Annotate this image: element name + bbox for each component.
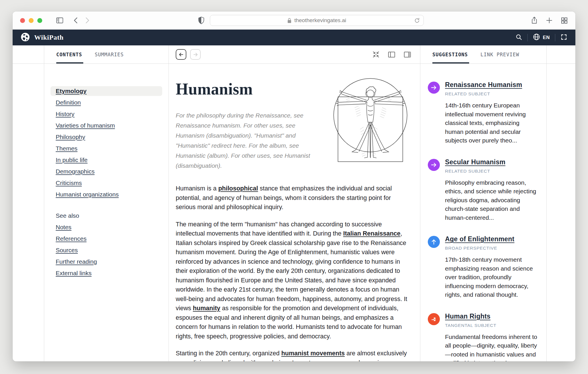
panel-tab-row: CONTENTS SUMMARIES bbox=[13, 45, 575, 64]
toc-item-external-links[interactable]: External links bbox=[51, 268, 162, 278]
share-icon[interactable] bbox=[531, 16, 538, 24]
minimize-window-button[interactable] bbox=[29, 18, 34, 23]
browser-chrome: theotherkevingates.ai bbox=[13, 11, 575, 30]
article-back-button[interactable] bbox=[176, 49, 186, 60]
left-gutter bbox=[13, 64, 44, 361]
right-panel-toggle-icon[interactable] bbox=[403, 51, 411, 58]
app-title: WikiPath bbox=[34, 34, 63, 41]
suggestion-title[interactable]: Age of Enlightenment bbox=[445, 235, 538, 243]
suggestion-card-content: Secular HumanismRELATED SUBJECTPhilosoph… bbox=[445, 158, 538, 222]
toc-item-humanist-organizations[interactable]: Humanist organizations bbox=[51, 190, 162, 199]
header-divider bbox=[555, 34, 555, 41]
new-tab-icon[interactable] bbox=[546, 17, 553, 24]
url-text: theotherkevingates.ai bbox=[294, 17, 346, 24]
right-gutter bbox=[547, 64, 575, 361]
suggestion-card-secular-humanism[interactable]: Secular HumanismRELATED SUBJECTPhilosoph… bbox=[428, 158, 538, 222]
article-paragraph: Humanism is a philosophical stance that … bbox=[176, 184, 411, 212]
toc-item-criticisms[interactable]: Criticisms bbox=[51, 178, 162, 188]
toc-item-history[interactable]: History bbox=[51, 109, 162, 119]
browser-window: theotherkevingates.ai bbox=[13, 11, 575, 361]
suggestion-card-renaissance-humanism[interactable]: Renaissance HumanismRELATED SUBJECT14th-… bbox=[428, 81, 538, 145]
vitruvian-man-figure bbox=[330, 75, 411, 171]
toc-item-demographics[interactable]: Demographics bbox=[51, 167, 162, 176]
language-code: EN bbox=[543, 35, 550, 41]
inline-link-humanist-movements[interactable]: humanist movements bbox=[281, 350, 345, 357]
suggestion-title[interactable]: Secular Humanism bbox=[445, 158, 538, 166]
app-brand[interactable]: WikiPath bbox=[21, 32, 63, 43]
suggestion-type-label: TANGENTAL SUBJECT bbox=[445, 323, 538, 328]
toc-item-further-reading[interactable]: Further reading bbox=[51, 257, 162, 267]
collapse-view-icon[interactable] bbox=[372, 51, 380, 58]
toc-item-in-public-life[interactable]: In public life bbox=[51, 155, 162, 165]
contents-list: EtymologyDefinitionHistoryVarieties of h… bbox=[51, 86, 162, 278]
toc-item-sources[interactable]: Sources bbox=[51, 245, 162, 255]
suggestion-type-label: RELATED SUBJECT bbox=[445, 91, 538, 97]
content-area: EtymologyDefinitionHistoryVarieties of h… bbox=[13, 64, 575, 361]
browser-back-icon[interactable] bbox=[73, 17, 79, 24]
inline-link-humanity[interactable]: humanity bbox=[193, 305, 220, 312]
toc-item-varieties-of-humanism[interactable]: Varieties of humanism bbox=[51, 121, 162, 130]
right-gutter bbox=[547, 45, 575, 63]
inline-link-philosophical[interactable]: philosophical bbox=[218, 185, 258, 192]
header-divider bbox=[527, 34, 528, 41]
suggestion-description: 17th-18th century movement emphasizing r… bbox=[445, 255, 538, 299]
suggestion-description: Philosophy embracing reason, ethics, and… bbox=[445, 178, 538, 222]
article-title: Humanism bbox=[176, 80, 322, 98]
article-paragraph: Starting in the 20th century, organized … bbox=[176, 349, 411, 361]
suggestion-card-age-of-enlightenment[interactable]: Age of EnlightenmentBROAD PERSPECTIVE17t… bbox=[428, 235, 538, 299]
arrow-right-icon bbox=[428, 159, 440, 171]
article-body: Humanism is a philosophical stance that … bbox=[176, 184, 411, 361]
suggestion-title[interactable]: Renaissance Humanism bbox=[445, 81, 538, 89]
toc-section-see-also: See also bbox=[51, 211, 162, 221]
branch-arrow-icon bbox=[428, 313, 440, 325]
article-paragraph: The meaning of the term "humanism" has c… bbox=[176, 220, 411, 341]
tab-suggestions[interactable]: SUGGESTIONS bbox=[432, 45, 468, 63]
left-panel-tabs: CONTENTS SUMMARIES bbox=[44, 45, 169, 63]
globe-icon bbox=[533, 33, 540, 42]
article-panel: Humanism For the philosophy during the R… bbox=[169, 64, 420, 361]
tab-link-preview[interactable]: LINK PREVIEW bbox=[481, 45, 519, 63]
browser-sidebar-toggle-icon[interactable] bbox=[56, 17, 63, 24]
reload-icon[interactable] bbox=[414, 18, 420, 24]
toc-item-etymology[interactable]: Etymology bbox=[51, 86, 162, 96]
suggestion-card-content: Age of EnlightenmentBROAD PERSPECTIVE17t… bbox=[445, 235, 538, 299]
search-icon[interactable] bbox=[515, 34, 522, 42]
article-forward-button[interactable] bbox=[190, 49, 201, 60]
suggestion-card-human-rights[interactable]: Human RightsTANGENTAL SUBJECTFundamental… bbox=[428, 313, 538, 362]
fullscreen-icon[interactable] bbox=[560, 34, 567, 42]
window-controls bbox=[20, 18, 42, 23]
suggestions-list: Renaissance HumanismRELATED SUBJECT14th-… bbox=[428, 81, 538, 361]
toc-item-philosophy[interactable]: Philosophy bbox=[51, 132, 162, 142]
arrow-right-icon bbox=[428, 82, 440, 94]
inline-link-italian-renaissance[interactable]: Italian Renaissance bbox=[343, 230, 401, 237]
browser-forward-icon[interactable] bbox=[84, 17, 90, 24]
suggestion-type-label: RELATED SUBJECT bbox=[445, 169, 538, 174]
suggestions-panel: Renaissance HumanismRELATED SUBJECT14th-… bbox=[420, 64, 547, 361]
zoom-window-button[interactable] bbox=[37, 18, 42, 23]
suggestion-type-label: BROAD PERSPECTIVE bbox=[445, 246, 538, 251]
toc-item-themes[interactable]: Themes bbox=[51, 144, 162, 153]
arrow-up-icon bbox=[428, 236, 440, 248]
tab-summaries[interactable]: SUMMARIES bbox=[95, 45, 124, 63]
left-panel-toggle-icon[interactable] bbox=[388, 51, 396, 58]
suggestion-title[interactable]: Human Rights bbox=[445, 313, 538, 320]
privacy-shield-icon[interactable] bbox=[198, 16, 205, 24]
address-bar[interactable]: theotherkevingates.ai bbox=[210, 15, 424, 26]
right-panel-tabs: SUGGESTIONS LINK PREVIEW bbox=[420, 45, 547, 63]
toc-item-references[interactable]: References bbox=[51, 234, 162, 244]
article-hatnote: For the philosophy during the Renaissanc… bbox=[176, 110, 314, 171]
suggestion-card-content: Human RightsTANGENTAL SUBJECTFundamental… bbox=[445, 313, 538, 362]
toc-item-notes[interactable]: Notes bbox=[51, 222, 162, 232]
app-header: WikiPath EN bbox=[13, 30, 575, 45]
wikipath-globe-logo-icon bbox=[21, 32, 30, 43]
tab-contents[interactable]: CONTENTS bbox=[56, 45, 82, 63]
article-toolbar bbox=[169, 45, 420, 63]
tab-overview-icon[interactable] bbox=[561, 17, 568, 24]
close-window-button[interactable] bbox=[20, 18, 25, 23]
suggestion-description: Fundamental freedoms inherent to all peo… bbox=[445, 333, 538, 362]
toc-item-definition[interactable]: Definition bbox=[51, 98, 162, 107]
language-selector[interactable]: EN bbox=[533, 33, 550, 42]
contents-panel: EtymologyDefinitionHistoryVarieties of h… bbox=[44, 64, 169, 361]
left-gutter bbox=[13, 45, 44, 63]
suggestion-description: 14th-16th century European intellectual … bbox=[445, 101, 538, 145]
